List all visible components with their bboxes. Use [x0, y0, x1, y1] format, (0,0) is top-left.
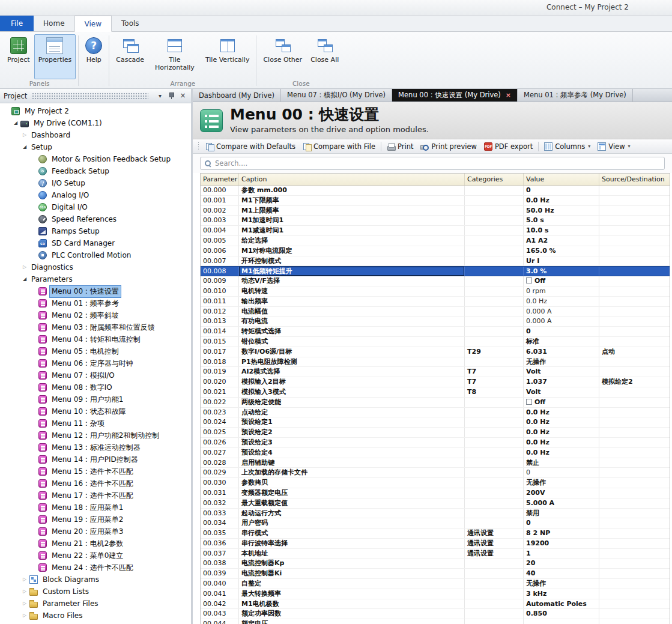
categories-cell[interactable] [465, 307, 524, 317]
value-cell[interactable]: 0.0 Hz [524, 408, 599, 417]
table-row[interactable]: 00.003M1加速时间15.0 s [201, 216, 670, 226]
search-input[interactable] [215, 159, 660, 168]
table-row[interactable]: 00.032最大重载额定值5.000 A [201, 498, 670, 509]
tree-item[interactable]: Menu 12 : 用户功能2和制动控制 [0, 429, 191, 441]
categories-cell[interactable] [465, 236, 524, 246]
caption-cell[interactable]: M1下限频率 [239, 196, 465, 205]
categories-cell[interactable] [465, 609, 524, 619]
value-cell[interactable]: 0.000 A [524, 307, 599, 317]
caption-cell[interactable]: 上次加载的存储卡文件 [239, 468, 465, 477]
value-cell[interactable]: 10.0 s [524, 226, 599, 235]
value-cell[interactable]: 0.0 Hz [524, 438, 599, 447]
parameter-cell[interactable]: 00.033 [201, 509, 239, 518]
value-cell[interactable]: Automatic Poles [524, 599, 599, 609]
checkbox-icon[interactable] [526, 277, 532, 283]
expand-arrow-icon[interactable]: ▷ [20, 586, 29, 598]
table-row[interactable]: 00.006M1对称电流限定165.0 % [201, 246, 670, 256]
search-box[interactable] [200, 157, 665, 170]
table-row[interactable]: 00.002M1上限频率50.0 Hz [201, 206, 670, 216]
tree-item[interactable]: Menu 09 : 用户功能1 [0, 393, 191, 405]
categories-cell[interactable] [465, 357, 524, 367]
tab-close-icon[interactable]: × [506, 91, 511, 99]
categories-cell[interactable] [465, 317, 524, 326]
tree-item[interactable]: Analog I/O [0, 189, 191, 201]
tree-item[interactable]: ▷Parameter Files [0, 598, 191, 610]
caption-cell[interactable]: 预设给定1 [239, 417, 465, 427]
source-destination-cell[interactable] [599, 478, 670, 488]
categories-cell[interactable]: 通讯设置 [465, 549, 524, 559]
tree-item[interactable]: Menu 02 : 频率斜坡 [0, 309, 191, 321]
source-destination-cell[interactable] [599, 468, 670, 477]
source-destination-cell[interactable] [599, 256, 670, 266]
parameter-cell[interactable]: 00.007 [201, 256, 239, 266]
help-button[interactable]: Help [81, 34, 106, 79]
tree-item[interactable]: Feedback Setup [0, 165, 191, 177]
properties-panel-button[interactable]: Properties [34, 34, 76, 79]
caption-cell[interactable]: 预设给定4 [239, 448, 465, 458]
source-destination-cell[interactable] [599, 267, 670, 276]
parameter-cell[interactable]: 00.008 [201, 267, 239, 276]
caption-cell[interactable]: P1热电阻故障检测 [239, 357, 465, 367]
categories-cell[interactable]: T29 [465, 347, 524, 357]
categories-cell[interactable] [465, 488, 524, 498]
caption-cell[interactable]: 变频器额定电压 [239, 488, 465, 498]
tree-item[interactable]: Menu 16 : 选件卡不匹配 [0, 477, 191, 489]
pin-icon[interactable] [167, 91, 176, 100]
value-cell[interactable]: 5.000 A [524, 498, 599, 508]
source-destination-cell[interactable] [599, 236, 670, 246]
source-destination-cell[interactable] [599, 428, 670, 437]
table-row[interactable]: 00.022两级给定使能Off [201, 398, 670, 408]
source-destination-cell[interactable] [599, 408, 670, 417]
categories-cell[interactable] [465, 417, 524, 427]
tree-item[interactable]: Menu 03 : 附属频率和位置反馈 [0, 321, 191, 333]
value-cell[interactable]: 3.0 % [524, 267, 599, 276]
tab-home[interactable]: Home [34, 16, 74, 31]
value-cell[interactable]: 0.850 [524, 609, 599, 619]
table-row[interactable]: 00.018P1热电阻故障检测无操作 [201, 357, 670, 368]
expand-arrow-icon[interactable]: ▷ [20, 261, 29, 273]
tree-item[interactable]: Motor & Position Feedback Setup [0, 153, 191, 165]
source-destination-cell[interactable] [599, 317, 670, 326]
close-other-button[interactable]: Close Other [259, 34, 306, 79]
source-destination-cell[interactable]: 模拟给定2 [599, 377, 670, 387]
table-row[interactable]: 00.017数字I/O6源/目标T296.031点动 [201, 347, 670, 357]
table-row[interactable]: 00.007开环控制模式Ur I [201, 256, 670, 267]
cascade-button[interactable]: Cascade [112, 34, 148, 79]
source-destination-cell[interactable] [599, 549, 670, 559]
source-destination-cell[interactable] [599, 488, 670, 498]
view-button[interactable]: View▾ [594, 141, 634, 152]
categories-cell[interactable] [465, 589, 524, 599]
parameter-cell[interactable]: 00.004 [201, 226, 239, 235]
parameter-cell[interactable]: 00.044 [201, 619, 239, 624]
expand-arrow-icon[interactable]: ▷ [20, 598, 29, 610]
source-destination-cell[interactable] [599, 599, 670, 609]
parameter-cell[interactable]: 00.019 [201, 367, 239, 377]
tree-item[interactable]: Menu 22 : 菜单0建立 [0, 550, 191, 562]
tree-item[interactable]: Menu 05 : 电机控制 [0, 345, 191, 357]
value-cell[interactable]: 20 [524, 559, 599, 568]
expand-arrow-icon[interactable]: ▷ [20, 574, 29, 586]
table-row[interactable]: 00.040自整定无操作 [201, 579, 670, 589]
caption-cell[interactable]: 串行波特率选择 [239, 539, 465, 548]
parameter-cell[interactable]: 00.043 [201, 609, 239, 619]
categories-cell[interactable] [465, 186, 524, 195]
source-destination-cell[interactable] [599, 498, 670, 508]
categories-cell[interactable] [465, 398, 524, 407]
column-header-value[interactable]: Value [524, 174, 599, 185]
value-cell[interactable]: 0.0 Hz [524, 417, 599, 427]
tree-item[interactable]: PLC Controlled Motion [0, 249, 191, 261]
source-destination-cell[interactable] [599, 186, 670, 195]
source-destination-cell[interactable] [599, 367, 670, 377]
tree-item[interactable]: Menu 13 : 标准运动控制器 [0, 441, 191, 453]
source-destination-cell[interactable] [599, 417, 670, 427]
caption-cell[interactable]: 串行模式 [239, 529, 465, 538]
categories-cell[interactable] [465, 509, 524, 518]
source-destination-cell[interactable] [599, 246, 670, 256]
source-destination-cell[interactable] [599, 297, 670, 306]
tree-item[interactable]: ▷Dashboard [0, 129, 191, 141]
categories-cell[interactable] [465, 498, 524, 508]
value-cell[interactable]: 0.0 Hz [524, 448, 599, 458]
tree-item[interactable]: Menu 06 : 定序器与时钟 [0, 357, 191, 369]
value-cell[interactable]: 1.037 [524, 377, 599, 387]
tree-item[interactable]: Menu 20 : 应用菜单3 [0, 526, 191, 538]
